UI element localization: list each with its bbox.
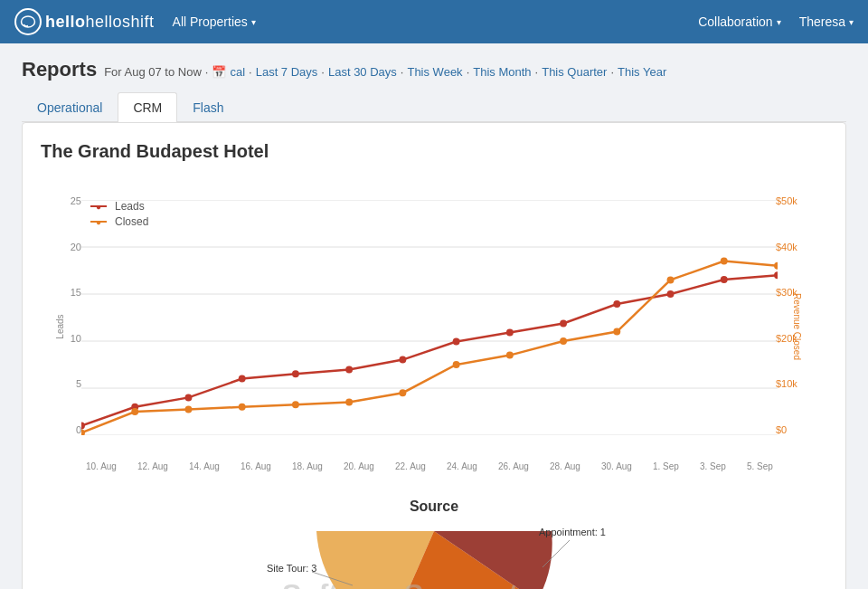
pie-label-site-tour: Site Tour: 3	[267, 563, 316, 574]
y-left-axis-label: Leads	[55, 314, 65, 338]
navbar-right: Collaboration ▾ Theresa ▾	[698, 14, 854, 29]
properties-caret-icon: ▾	[251, 17, 256, 27]
tab-operational[interactable]: Operational	[22, 92, 118, 122]
pie-title: Source	[41, 499, 827, 515]
svg-point-21	[81, 429, 85, 435]
page-content: Reports For Aug 07 to Now · 📅 cal · Last…	[0, 43, 868, 589]
svg-point-13	[399, 356, 406, 364]
svg-point-16	[560, 320, 567, 328]
tabs-bar: Operational CRM Flash	[22, 92, 846, 122]
svg-point-9	[185, 394, 193, 401]
collaboration-menu[interactable]: Collaboration ▾	[698, 14, 781, 29]
tab-flash[interactable]: Flash	[177, 92, 239, 122]
svg-point-30	[560, 337, 567, 345]
svg-point-0	[22, 16, 35, 27]
link-cal[interactable]: cal	[230, 65, 245, 79]
reports-meta: For Aug 07 to Now · 📅 cal · Last 7 Days …	[104, 65, 666, 79]
link-this-month[interactable]: This Month	[473, 65, 531, 79]
svg-point-10	[239, 375, 246, 383]
cal-separator: ·	[205, 65, 209, 79]
chart-title: The Grand Budapest Hotel	[41, 141, 827, 162]
link-last-30[interactable]: Last 30 Days	[328, 65, 397, 79]
logo-icon	[14, 8, 42, 35]
svg-point-29	[506, 352, 514, 359]
meta-label: For Aug 07 to Now	[104, 65, 202, 79]
reports-header: Reports For Aug 07 to Now · 📅 cal · Last…	[22, 58, 846, 81]
brand-name: hellohelloshift	[45, 13, 155, 32]
legend-leads: ● Leads	[90, 200, 148, 213]
svg-point-12	[345, 366, 353, 374]
y-right-axis-label: Revenue Closed	[793, 293, 803, 360]
svg-point-19	[721, 276, 728, 283]
brand-logo[interactable]: hellohelloshift	[14, 8, 155, 35]
x-axis-labels: 10. Aug 12. Aug 14. Aug 16. Aug 18. Aug …	[86, 461, 773, 471]
svg-point-27	[399, 389, 406, 396]
svg-point-28	[453, 361, 460, 368]
user-caret-icon: ▾	[849, 17, 854, 27]
link-this-week[interactable]: This Week	[407, 65, 462, 79]
chart-legend: ● Leads ● Closed	[90, 200, 148, 231]
svg-point-18	[667, 290, 675, 298]
chart-svg	[81, 200, 778, 435]
tab-crm[interactable]: CRM	[118, 92, 177, 122]
svg-point-32	[667, 276, 675, 283]
legend-closed: ● Closed	[90, 215, 148, 228]
properties-dropdown[interactable]: All Properties ▾	[173, 14, 256, 29]
svg-point-34	[774, 262, 778, 270]
svg-point-23	[185, 405, 193, 413]
pie-section: Source SoftwareSuggest.com	[41, 499, 827, 589]
svg-point-26	[345, 399, 353, 406]
calendar-icon: 📅	[212, 65, 226, 79]
line-chart: 25 20 15 10 5 0 $50k $40k $30k $20k $10k…	[41, 173, 827, 480]
svg-point-24	[239, 404, 246, 411]
svg-point-31	[613, 328, 620, 336]
svg-point-11	[292, 370, 299, 377]
user-menu[interactable]: Theresa ▾	[799, 14, 854, 29]
navbar: hellohelloshift All Properties ▾ Collabo…	[0, 0, 868, 43]
svg-point-14	[453, 338, 460, 346]
pie-label-appointment: Appointment: 1	[539, 527, 606, 537]
svg-point-20	[774, 271, 778, 279]
link-last-7[interactable]: Last 7 Days	[256, 65, 318, 79]
collaboration-caret-icon: ▾	[777, 17, 781, 27]
svg-point-22	[131, 408, 138, 415]
page-title: Reports	[22, 58, 97, 81]
link-this-year[interactable]: This Year	[618, 65, 666, 79]
pie-chart-wrapper: SoftwareSuggest.com	[262, 522, 606, 589]
svg-point-33	[721, 258, 728, 265]
main-card: The Grand Budapest Hotel 25 20 15 10 5 0…	[22, 122, 846, 589]
svg-point-7	[81, 423, 85, 430]
link-this-quarter[interactable]: This Quarter	[542, 65, 607, 79]
svg-point-25	[292, 401, 299, 408]
svg-point-17	[613, 300, 620, 308]
svg-point-15	[506, 329, 514, 337]
